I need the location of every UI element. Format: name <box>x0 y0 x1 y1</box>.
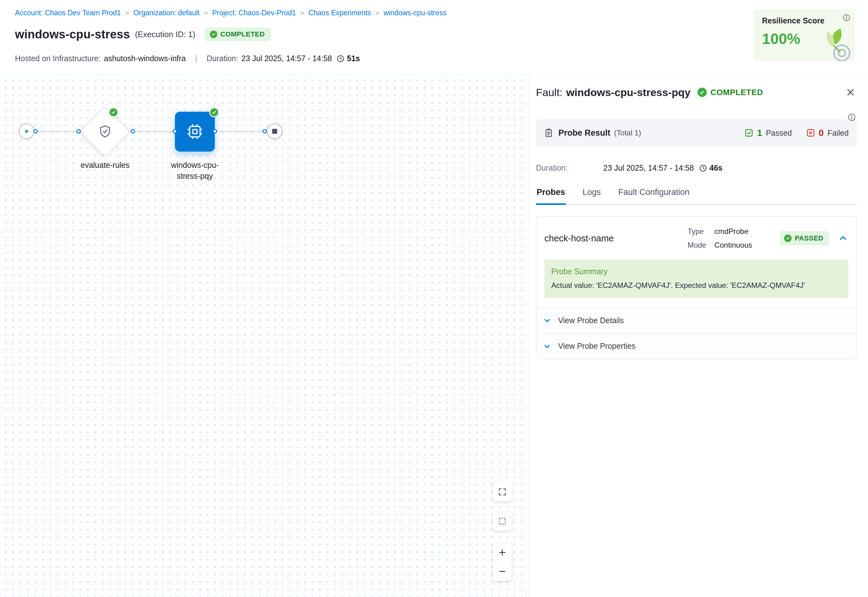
stop-icon <box>272 129 277 134</box>
breadcrumb-separator-icon: > <box>375 9 379 17</box>
node-label-evaluate-rules: evaluate-rules <box>58 160 152 171</box>
panel-tabs: Probes Logs Fault Configuration <box>536 187 857 205</box>
chevron-down-icon <box>543 316 551 324</box>
tab-fault-configuration[interactable]: Fault Configuration <box>618 187 690 205</box>
breadcrumb-organization[interactable]: Organization: default <box>133 9 200 17</box>
pipeline-canvas[interactable]: evaluate-rules windows-cpu-stress-pqy <box>0 75 529 597</box>
passed-label: Passed <box>766 129 792 138</box>
probe-card-rows: View Probe Details View Probe Properties <box>536 307 856 359</box>
view-probe-properties-label: View Probe Properties <box>558 342 635 350</box>
pipeline-fault-node[interactable] <box>175 112 215 151</box>
info-icon[interactable] <box>843 14 850 22</box>
title-row: windows-cpu-stress (Execution ID: 1) COM… <box>15 27 271 41</box>
cpu-icon <box>186 123 204 141</box>
breadcrumb-separator-icon: > <box>204 9 207 17</box>
fault-status-label: COMPLETED <box>711 88 763 97</box>
plus-icon <box>498 548 507 557</box>
selection-box-button[interactable] <box>493 512 512 530</box>
zoom-controls <box>493 543 512 581</box>
breadcrumb-chaos-experiments[interactable]: Chaos Experiments <box>308 9 371 17</box>
probe-status-label: PASSED <box>795 234 824 242</box>
fault-details-panel: Fault: windows-cpu-stress-pqy COMPLETED <box>529 75 868 597</box>
fullscreen-button[interactable] <box>493 483 512 501</box>
breadcrumb-project[interactable]: Project: Chaos-Dev-Prod1 <box>212 9 296 17</box>
probe-type-label: Type <box>687 224 714 238</box>
clock-icon <box>336 55 345 63</box>
pipeline-port-dot <box>76 129 81 134</box>
breadcrumb: Account: Chaos Dev Team Prod1 > Organiza… <box>15 9 446 17</box>
meta-row: Hosted on Infrastructure: ashutosh-windo… <box>15 53 360 63</box>
resilience-graphic <box>814 28 854 61</box>
panel-duration-time: 46s <box>710 163 723 172</box>
page-header: Account: Chaos Dev Team Prod1 > Organiza… <box>0 0 868 75</box>
fault-name: windows-cpu-stress-pqy <box>566 86 690 98</box>
probe-name: check-host-name <box>544 233 687 244</box>
probe-mode-label: Mode <box>687 238 714 252</box>
hosted-label: Hosted on Infrastructure: <box>15 54 101 63</box>
status-badge-label: COMPLETED <box>221 30 265 39</box>
chevron-up-icon <box>838 234 848 243</box>
fault-header: Fault: windows-cpu-stress-pqy COMPLETED <box>536 86 857 98</box>
clock-icon <box>699 164 707 172</box>
probe-card: check-host-name Type cmdProbe Mode Conti… <box>536 216 857 359</box>
zoom-in-button[interactable] <box>493 543 512 562</box>
zoom-out-button[interactable] <box>493 562 512 581</box>
minus-icon <box>498 567 507 576</box>
tab-probes[interactable]: Probes <box>536 187 566 205</box>
play-icon <box>22 127 31 135</box>
meta-divider: | <box>195 53 197 63</box>
view-probe-properties-row[interactable]: View Probe Properties <box>536 333 856 359</box>
probe-type-value: cmdProbe <box>714 224 748 238</box>
probe-card-header: check-host-name Type cmdProbe Mode Conti… <box>536 217 856 259</box>
breadcrumb-separator-icon: > <box>300 9 304 17</box>
view-probe-details-label: View Probe Details <box>558 316 624 325</box>
probe-result-total: (Total 1) <box>614 129 641 137</box>
shield-check-icon <box>98 125 112 139</box>
hosted-value: ashutosh-windows-infra <box>104 54 186 63</box>
resilience-score-card: Resilience Score 100% <box>754 9 855 61</box>
probe-result-bar: Probe Result (Total 1) 1 Passed 0 Failed <box>536 119 857 147</box>
clipboard-icon <box>544 128 553 138</box>
tab-logs[interactable]: Logs <box>582 187 602 205</box>
failed-count: 0 <box>819 128 824 138</box>
panel-duration-row: Duration: 23 Jul 2025, 14:57 - 14:58 46s <box>536 163 857 172</box>
probe-result-section: Probe Result (Total 1) 1 Passed 0 Failed <box>536 119 857 147</box>
app-root: Account: Chaos Dev Team Prod1 > Organiza… <box>0 0 868 597</box>
breadcrumb-separator-icon: > <box>125 9 129 17</box>
probe-type-mode: Type cmdProbe Mode Continuous <box>687 224 780 252</box>
node-label-fault: windows-cpu-stress-pqy <box>167 160 223 181</box>
duration-time: 51s <box>347 54 360 63</box>
pipeline-port-dot <box>213 129 217 134</box>
probe-result-counts: 1 Passed 0 Failed <box>745 128 849 138</box>
check-circle-icon <box>698 88 707 97</box>
pipeline-stop-node[interactable] <box>267 123 283 139</box>
breadcrumb-current[interactable]: windows-cpu-stress <box>384 9 446 17</box>
probe-summary-box: Probe Summary Actual value: 'EC2AMAZ-QMV… <box>544 260 848 298</box>
execution-id: (Execution ID: 1) <box>135 30 196 39</box>
node-success-badge <box>108 107 118 117</box>
chevron-down-icon <box>543 342 551 350</box>
probe-summary-text: Actual value: 'EC2AMAZ-QMVAF4J'. Expecte… <box>551 281 841 290</box>
breadcrumb-account[interactable]: Account: Chaos Dev Team Prod1 <box>15 9 121 17</box>
duration-value: 23 Jul 2025, 14:57 - 14:58 <box>241 54 332 63</box>
pipeline-port-dot <box>33 129 38 134</box>
close-icon <box>846 87 856 97</box>
check-square-icon <box>745 129 753 137</box>
resilience-score-label: Resilience Score <box>762 16 847 25</box>
fullscreen-icon <box>498 487 507 496</box>
probe-summary-title: Probe Summary <box>551 267 841 276</box>
page-title: windows-cpu-stress <box>15 28 130 41</box>
node-success-badge <box>209 107 219 117</box>
pipeline-evaluate-rules-node[interactable] <box>87 114 123 150</box>
pipeline-port-dot <box>173 129 177 134</box>
duration-label: Duration: <box>207 54 238 63</box>
probe-status-badge: PASSED <box>780 231 829 245</box>
view-probe-details-row[interactable]: View Probe Details <box>536 307 856 333</box>
failed-label: Failed <box>828 129 849 138</box>
collapse-probe-button[interactable] <box>838 233 848 244</box>
info-icon[interactable] <box>847 113 856 122</box>
close-panel-button[interactable] <box>844 86 857 98</box>
pipeline-start-node[interactable] <box>19 123 34 139</box>
x-square-icon <box>806 129 815 137</box>
panel-duration-label: Duration: <box>536 163 603 172</box>
